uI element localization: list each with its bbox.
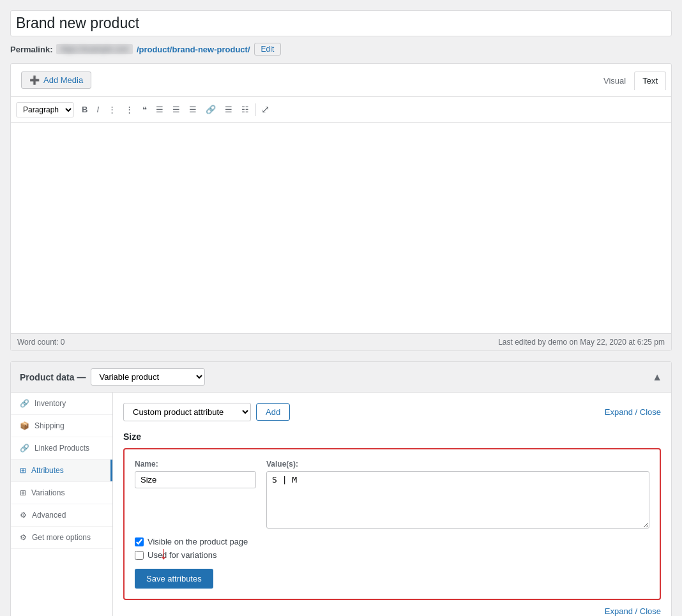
attr-fields: Name: Value(s): S | M <box>135 460 649 530</box>
attr-name-label: Name: <box>135 460 256 469</box>
visible-checkbox[interactable] <box>135 537 144 546</box>
align-left-button[interactable]: ☰ <box>152 103 167 116</box>
editor-body[interactable] <box>11 123 671 333</box>
editor-top-bar: ➕ Add Media Visual Text <box>11 64 671 97</box>
permalink-edit-button[interactable]: Edit <box>254 43 282 56</box>
tab-text[interactable]: Text <box>634 71 666 90</box>
product-data-body: 🔗 Inventory 📦 Shipping 🔗 Linked Products… <box>11 393 671 616</box>
tab-variations-label: Variations <box>31 488 64 497</box>
shipping-icon: 📦 <box>20 421 29 430</box>
tab-inventory-label: Inventory <box>34 399 66 408</box>
fullscreen-button[interactable]: ⤢ <box>259 101 272 118</box>
product-data-box: Product data — Variable product Simple p… <box>10 361 672 616</box>
expand-close-top-link[interactable]: Expand / Close <box>605 407 661 417</box>
bold-button[interactable]: B <box>78 103 91 116</box>
tab-advanced-label: Advanced <box>32 511 66 520</box>
product-tabs: 🔗 Inventory 📦 Shipping 🔗 Linked Products… <box>11 393 113 616</box>
ordered-list-button[interactable]: ⋮ <box>121 103 137 116</box>
add-media-label: Add Media <box>43 75 83 85</box>
attributes-icon: ⊞ <box>20 466 26 475</box>
attributes-top-bar: Custom product attribute Add Expand / Cl… <box>123 403 661 421</box>
editor-toolbar: Paragraph B I ⋮ ⋮ ❝ ☰ ☰ ☰ 🔗 ☰ ☷ ⤢ <box>11 97 671 123</box>
last-edited: Last edited by demo on May 22, 2020 at 6… <box>498 338 665 347</box>
add-media-button[interactable]: ➕ Add Media <box>21 71 91 89</box>
expand-close-bottom-link[interactable]: Expand / Close <box>605 606 661 616</box>
visible-checkbox-row[interactable]: Visible on the product page <box>135 537 649 546</box>
tab-variations[interactable]: ⊞ Variations <box>11 482 112 504</box>
attr-name-col: Name: <box>135 460 256 530</box>
tab-shipping[interactable]: 📦 Shipping <box>11 415 112 437</box>
permalink-label: Permalink: <box>10 45 52 54</box>
align-center-button[interactable]: ☰ <box>169 103 184 116</box>
attribute-edit-box: Name: Value(s): S | M Visible <box>123 448 661 600</box>
word-count: Word count: 0 <box>17 338 64 347</box>
save-attributes-button[interactable]: Save attributes <box>135 569 213 589</box>
get-more-icon: ⚙ <box>20 533 27 542</box>
post-title-input[interactable] <box>10 10 672 36</box>
product-data-header: Product data — Variable product Simple p… <box>11 362 671 393</box>
editor-container: ➕ Add Media Visual Text Paragraph B I ⋮ … <box>10 63 672 351</box>
tab-attributes-label: Attributes <box>31 466 64 475</box>
tab-advanced[interactable]: ⚙ Advanced <box>11 504 112 527</box>
attribute-section-title: Size <box>123 432 661 442</box>
tab-linked-products[interactable]: 🔗 Linked Products <box>11 437 112 460</box>
attributes-left: Custom product attribute Add <box>123 403 290 421</box>
inventory-icon: 🔗 <box>20 399 29 408</box>
tab-get-more-label: Get more options <box>32 533 91 542</box>
tab-get-more[interactable]: ⚙ Get more options <box>11 527 112 549</box>
product-data-title: Product data — Variable product Simple p… <box>20 368 205 386</box>
attribute-type-select[interactable]: Custom product attribute <box>123 403 251 421</box>
paragraph-select[interactable]: Paragraph <box>16 102 74 117</box>
add-attribute-button[interactable]: Add <box>256 403 290 421</box>
variations-checkbox-row[interactable]: Used for variations <box>135 550 649 560</box>
toolbar-divider <box>255 103 256 116</box>
advanced-icon: ⚙ <box>20 511 27 520</box>
collapse-button[interactable]: ▲ <box>652 372 662 383</box>
permalink-link[interactable]: /product/brand-new-product/ <box>137 45 250 54</box>
tab-linked-products-label: Linked Products <box>34 444 89 453</box>
expand-close-bottom: Expand / Close <box>123 600 661 616</box>
tab-visual[interactable]: Visual <box>595 71 634 89</box>
attr-values-label: Value(s): <box>266 460 649 469</box>
attr-values-col: Value(s): S | M <box>266 460 649 530</box>
visible-label: Visible on the product page <box>148 537 248 546</box>
unordered-list-button[interactable]: ⋮ <box>104 103 120 116</box>
editor-tabs: Visual Text <box>595 71 666 89</box>
attr-checkboxes: Visible on the product page Used for var… <box>135 537 649 560</box>
tab-shipping-label: Shipping <box>34 421 64 430</box>
link-button[interactable]: 🔗 <box>202 103 220 116</box>
attr-values-textarea[interactable]: S | M <box>266 471 649 529</box>
tab-inventory[interactable]: 🔗 Inventory <box>11 393 112 415</box>
table-button[interactable]: ☷ <box>238 103 253 116</box>
product-type-select[interactable]: Variable product Simple product Grouped … <box>91 368 205 386</box>
attributes-panel: Custom product attribute Add Expand / Cl… <box>113 393 671 616</box>
variations-checkbox[interactable] <box>135 551 144 560</box>
linked-products-icon: 🔗 <box>20 444 29 453</box>
product-data-label: Product data — <box>20 372 86 382</box>
permalink-row: Permalink: https://example.com /product/… <box>10 43 672 56</box>
blockquote-button[interactable]: ❝ <box>139 103 151 116</box>
tab-attributes[interactable]: ⊞ Attributes <box>11 460 112 482</box>
permalink-url-masked: https://example.com <box>56 44 132 54</box>
variations-icon: ⊞ <box>20 488 26 497</box>
add-media-icon: ➕ <box>29 75 40 85</box>
attr-name-input[interactable] <box>135 471 256 488</box>
more-button[interactable]: ☰ <box>221 103 236 116</box>
editor-footer: Word count: 0 Last edited by demo on May… <box>11 333 671 350</box>
italic-button[interactable]: I <box>93 103 103 116</box>
align-right-button[interactable]: ☰ <box>185 103 201 116</box>
variations-label: Used for variations <box>148 550 216 560</box>
